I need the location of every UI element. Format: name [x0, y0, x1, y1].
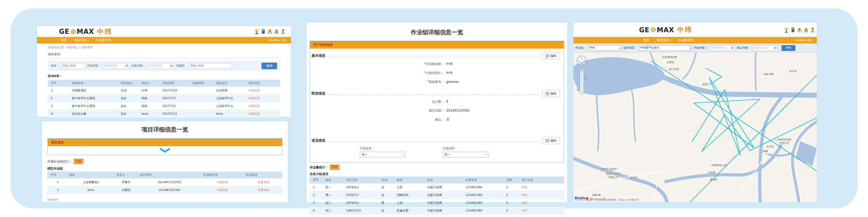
end-date-input[interactable]: 2017-8-25▦: [147, 63, 175, 69]
nav-bar: 首页 项目管理 ▾ 作业组管理 GeoMax 退出: [573, 37, 817, 44]
group-select[interactable]: 中纬▾: [588, 45, 622, 51]
label-text: 小组负责人：: [426, 71, 444, 75]
field-label: 总人数：: [310, 100, 444, 104]
edit-pencil-icon: [546, 92, 549, 95]
dropdown-caret-icon: ▾: [88, 39, 89, 42]
equipment-icons: [784, 27, 815, 33]
map-view[interactable]: 高家潭防洪桥连秀助夏江发桥小朱王金星村朱村泾桥杨高路测量1上海泉宇包装管理公司光…: [573, 52, 817, 202]
scale-label: 200 米: [592, 193, 605, 197]
group-filter-label: 作业组：: [575, 46, 586, 50]
map-label: 西曹村: [710, 178, 718, 182]
extra-section-label: 附加信息: [311, 91, 326, 96]
nav-projects[interactable]: 项目管理 ▾: [657, 38, 671, 42]
table-cell: 徕卡技术中心测试: [69, 102, 118, 110]
table-cell: 1: [48, 87, 69, 94]
nav-home[interactable]: 首页: [61, 38, 67, 42]
expand-toggle[interactable]: [48, 146, 282, 155]
map-zoom-slider[interactable]: + −: [580, 69, 584, 94]
detail-link[interactable]: 详细信息: [248, 89, 260, 92]
keyword-input[interactable]: [189, 63, 232, 69]
nav-projects[interactable]: 项目管理 ▾: [74, 38, 89, 42]
nav-groups[interactable]: 作业组管理: [678, 38, 694, 42]
table-cell: 江苏: [393, 184, 424, 191]
start-date-value: 2015-03-21: [710, 46, 726, 49]
edit-label: 编辑: [550, 91, 556, 96]
pan-right-arrow-icon[interactable]: ▸: [584, 60, 585, 62]
start-date-label: 开始日期：: [87, 64, 100, 68]
detail-link[interactable]: 详细信息: [217, 188, 228, 192]
zoom-track[interactable]: [581, 73, 582, 90]
table-header: 序号项目名称项目地点负责人开始时间结束时间项目业主项目信息: [48, 80, 280, 87]
nav-home[interactable]: 首页: [643, 38, 650, 42]
detail-link[interactable]: 详细信息: [248, 96, 260, 100]
start-date-input[interactable]: 2016-8-21▦: [102, 63, 130, 69]
detail-link[interactable]: 查看轨迹: [258, 180, 269, 184]
map-label: 连秀助: [667, 61, 674, 64]
zoom-in-button[interactable]: +: [580, 69, 583, 73]
column-header: 籍贯: [393, 177, 424, 184]
map-label: 夏江发桥: [669, 68, 679, 71]
end-date-input[interactable]: 2017-8-21▦: [752, 45, 778, 51]
table-header: 序号组名负责人成立时间作业组详情作业轨迹: [47, 172, 282, 178]
projects-list-panel: GE MAX 中纬 首页 项目管理 ▾ 作业组管理 GeoMax 退出 您当前的…: [37, 26, 291, 117]
field-row: 总人数：4: [310, 97, 564, 106]
table-cell: 2017/3/22: [159, 87, 190, 94]
edit-members-button[interactable]: 编辑: [542, 137, 560, 144]
table-cell: 北京: [118, 110, 139, 118]
detail-link[interactable]: 详情: [521, 209, 527, 212]
start-date-input[interactable]: 2015-03-21▦: [709, 45, 735, 51]
app-header: GE MAX 中纬: [573, 23, 817, 37]
calendar-icon[interactable]: ▦: [170, 64, 173, 67]
table-cell: 2: [47, 186, 66, 194]
detail-link[interactable]: 详细信息: [248, 104, 260, 108]
label-text: 成立日期：: [429, 109, 444, 112]
table-cell: 1979/5/1: [343, 199, 378, 207]
calendar-icon[interactable]: ▦: [125, 64, 128, 67]
available-members-select[interactable]: 张一▾: [360, 152, 405, 158]
nav-groups[interactable]: 作业组管理: [96, 38, 111, 42]
selected-members-select[interactable]: 孙一▾: [443, 152, 489, 158]
label-text: 作业组名称：: [426, 62, 444, 66]
map-search-button[interactable]: 查询: [781, 45, 795, 51]
logo-ge: GE: [59, 28, 69, 35]
detail-link[interactable]: 详情: [521, 201, 527, 205]
calendar-icon[interactable]: ▦: [731, 46, 734, 49]
globe-icon: [650, 27, 656, 33]
search-button[interactable]: 查询: [262, 63, 277, 69]
pan-down-arrow-icon[interactable]: ▾: [581, 62, 582, 65]
nav-projects-label: 项目管理: [657, 38, 669, 42]
map-pan-control[interactable]: ▴ ▾ ◂ ▸: [577, 56, 587, 66]
table-cell: 2: [503, 207, 518, 215]
map-label: 朝阳村幼儿园: [710, 164, 728, 167]
detail-link[interactable]: 详细信息: [217, 180, 228, 184]
table-body: 1滨湖路项目大冶任伟2017/3/22大冶市政详细信息2徕卡技术中心测试北京徐然…: [48, 87, 280, 118]
table-body: 1孙一1974/6/1女江苏高级工程师1234567892详情2周一1976/7…: [310, 184, 564, 215]
name-input[interactable]: [61, 63, 85, 69]
detail-link[interactable]: 详细信息: [248, 112, 260, 116]
field-value: 2014年12月9日: [446, 108, 470, 113]
view-workload-button[interactable]: 查看: [330, 164, 340, 170]
table-cell: 北京: [118, 102, 139, 110]
table-cell: 女: [378, 184, 393, 191]
track-map-panel: GE MAX 中纬 首页 项目管理 ▾ 作业组管理 GeoMax 退出 作业组：…: [573, 23, 817, 202]
detail-link[interactable]: 查看轨迹: [258, 188, 269, 192]
project-select[interactable]: 中纬新产品演示▾: [639, 45, 692, 51]
calendar-icon[interactable]: ▦: [774, 46, 777, 49]
zoom-out-button[interactable]: −: [580, 90, 583, 94]
table-cell: 详细信息: [245, 102, 280, 110]
detail-link[interactable]: 详情: [521, 193, 527, 197]
view-stats-button[interactable]: 查看: [74, 159, 83, 164]
table-cell: 1981/7/23: [343, 207, 378, 215]
table-cell: 详细信息: [245, 110, 280, 118]
logout-link[interactable]: GeoMax 退出: [794, 38, 813, 42]
projects-body: 您当前的位置：项目信息 > 项目查询 项目查询 名称： 开始日期： 2016-8…: [37, 44, 291, 118]
logout-link[interactable]: GeoMax 退出: [269, 38, 287, 42]
edit-extra-button[interactable]: 编辑: [542, 90, 560, 97]
table-cell: 3: [48, 102, 69, 110]
detail-link[interactable]: 详情: [521, 186, 527, 189]
basic-section-header: 基本信息 编辑: [311, 52, 560, 60]
edit-basic-button[interactable]: 编辑: [542, 52, 560, 60]
pan-left-arrow-icon[interactable]: ◂: [578, 60, 579, 62]
card-header: 用户详细信息: [310, 41, 564, 49]
pan-up-arrow-icon[interactable]: ▴: [581, 57, 582, 59]
